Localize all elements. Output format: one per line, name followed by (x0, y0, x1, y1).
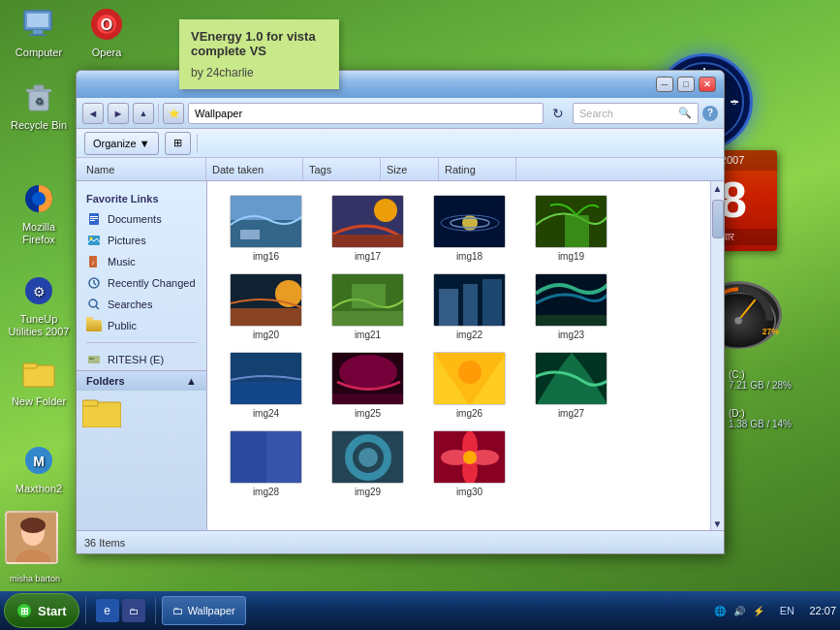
desktop-icon-opera[interactable]: O Opera (73, 5, 140, 59)
file-name: img23 (558, 330, 584, 340)
search-bar[interactable]: Search 🔍 (573, 103, 699, 124)
file-name: img16 (253, 251, 279, 262)
sidebar-item-documents[interactable]: Documents (77, 208, 206, 230)
forward-button[interactable]: ► (108, 103, 129, 124)
file-thumbnail (433, 352, 506, 405)
col-header-date[interactable]: Date taken (206, 158, 303, 180)
svg-point-47 (20, 518, 46, 533)
sticky-author: by 24charlie (191, 66, 327, 79)
help-button[interactable]: ? (702, 106, 718, 121)
file-thumbnail (230, 430, 302, 484)
sidebar-item-label-public: Public (108, 320, 137, 331)
firefox-icon (19, 179, 58, 218)
list-item[interactable]: img17 (317, 189, 419, 268)
desktop-icon-computer[interactable]: Computer (5, 5, 73, 59)
list-item[interactable]: img25 (317, 346, 419, 425)
svg-rect-70 (332, 235, 404, 248)
public-icon (86, 318, 102, 333)
computer-icon (19, 5, 58, 44)
file-name: img26 (456, 408, 482, 419)
sidebar-separator (86, 342, 197, 343)
refresh-button[interactable]: ↻ (547, 103, 569, 124)
list-item[interactable]: img18 (419, 189, 520, 268)
sidebar-item-music[interactable]: ♪ Music (77, 251, 206, 272)
desktop: Computer O Opera ♻ Recycle Bin (0, 0, 840, 630)
sidebar-item-recently-changed[interactable]: Recently Changed (77, 272, 206, 294)
views-button[interactable]: ⊞ (165, 132, 191, 155)
start-button[interactable]: ⊞ Start (4, 593, 79, 628)
col-header-name[interactable]: Name (80, 158, 206, 180)
svg-point-103 (358, 448, 378, 467)
back-button[interactable]: ◄ (82, 103, 104, 124)
address-bar[interactable]: Wallpaper (188, 103, 544, 124)
scroll-thumb[interactable] (712, 200, 724, 238)
svg-rect-88 (536, 315, 607, 327)
svg-rect-62 (89, 358, 94, 360)
user-name-label: misha barton (2, 574, 68, 583)
list-item[interactable]: img22 (419, 268, 520, 346)
sidebar-item-ritesh[interactable]: RITESH (E) (77, 349, 206, 370)
list-item[interactable]: img29 (317, 425, 419, 503)
sidebar-item-searches[interactable]: Searches (77, 294, 206, 315)
file-name: img20 (253, 330, 279, 340)
col-header-rating[interactable]: Rating (439, 158, 516, 180)
folder-thumbnail (77, 391, 206, 433)
favorites-button[interactable]: ⭐ (163, 103, 184, 124)
organize-button[interactable]: Organize ▼ (84, 132, 159, 155)
desktop-icon-recycle[interactable]: ♻ Recycle Bin (5, 78, 73, 132)
col-header-size[interactable]: Size (381, 158, 439, 180)
folder-quick-launch[interactable]: 🗀 (122, 599, 145, 622)
user-avatar (5, 511, 58, 564)
list-item[interactable]: img30 (419, 425, 520, 503)
recycle-bin-label: Recycle Bin (11, 119, 67, 132)
col-header-tags[interactable]: Tags (303, 158, 381, 180)
organize-label: Organize ▼ (93, 138, 150, 149)
svg-point-109 (463, 451, 477, 464)
toolbar: Organize ▼ ⊞ (77, 129, 724, 158)
file-name: img29 (355, 487, 381, 497)
sidebar-item-label-documents: Documents (108, 213, 162, 225)
sticky-title: VEnergy 1.0 for vista complete VS (191, 29, 327, 58)
taskbar-item-wallpaper[interactable]: 🗀 Wallpaper (162, 596, 246, 625)
maxthon-label: Maxthon2 (16, 483, 62, 495)
vertical-scrollbar[interactable]: ▲ ▼ (710, 181, 724, 530)
list-item[interactable]: img23 (520, 268, 622, 346)
desktop-icon-tuneup[interactable]: ⚙ TuneUp Utilities 2007 (5, 271, 73, 338)
item-count: 36 Items (84, 537, 125, 549)
list-item[interactable]: img28 (215, 425, 317, 503)
scroll-down-button[interactable]: ▼ (711, 517, 725, 530)
maximize-button[interactable]: □ (677, 77, 695, 92)
up-button[interactable]: ▲ (133, 103, 154, 124)
column-headers: Name Date taken Tags Size Rating (77, 158, 724, 181)
file-name: img18 (456, 251, 482, 262)
nav-bar: ◄ ► ▲ ⭐ Wallpaper ↻ Search 🔍 ? (77, 98, 724, 129)
network-tray-icon: 🌐 (712, 603, 728, 618)
minimize-button[interactable]: ─ (656, 77, 673, 92)
sidebar-section-favorites: Favorite Links (77, 189, 206, 208)
desktop-icon-firefox[interactable]: Mozilla Firefox (5, 179, 73, 246)
scroll-up-button[interactable]: ▲ (711, 181, 725, 195)
search-icon: 🔍 (678, 107, 692, 119)
music-icon: ♪ (86, 254, 102, 269)
list-item[interactable]: img27 (520, 346, 622, 425)
file-thumbnail (535, 195, 607, 248)
desktop-icon-new-folder[interactable]: New Folder (5, 354, 73, 408)
folders-toggle[interactable]: Folders ▲ (77, 370, 206, 391)
list-item[interactable]: img26 (419, 346, 520, 425)
sidebar-item-label-ritesh: RITESH (E) (108, 354, 164, 365)
sidebar-item-public[interactable]: Public (77, 315, 206, 336)
svg-text:♪: ♪ (91, 259, 95, 266)
search-placeholder: Search (579, 108, 613, 119)
list-item[interactable]: img20 (215, 268, 317, 346)
close-button[interactable]: ✕ (699, 77, 716, 92)
list-item[interactable]: img21 (317, 268, 419, 346)
taskbar-item-label: Wallpaper (188, 605, 235, 616)
desktop-icon-maxthon[interactable]: M Maxthon2 (5, 441, 73, 495)
file-thumbnail (331, 273, 404, 327)
list-item[interactable]: img16 (215, 189, 317, 268)
ie-quick-launch[interactable]: e (96, 599, 119, 622)
sidebar-item-pictures[interactable]: Pictures (77, 230, 206, 251)
list-item[interactable]: img24 (215, 346, 317, 425)
documents-icon (86, 211, 102, 227)
list-item[interactable]: img19 (520, 189, 622, 268)
